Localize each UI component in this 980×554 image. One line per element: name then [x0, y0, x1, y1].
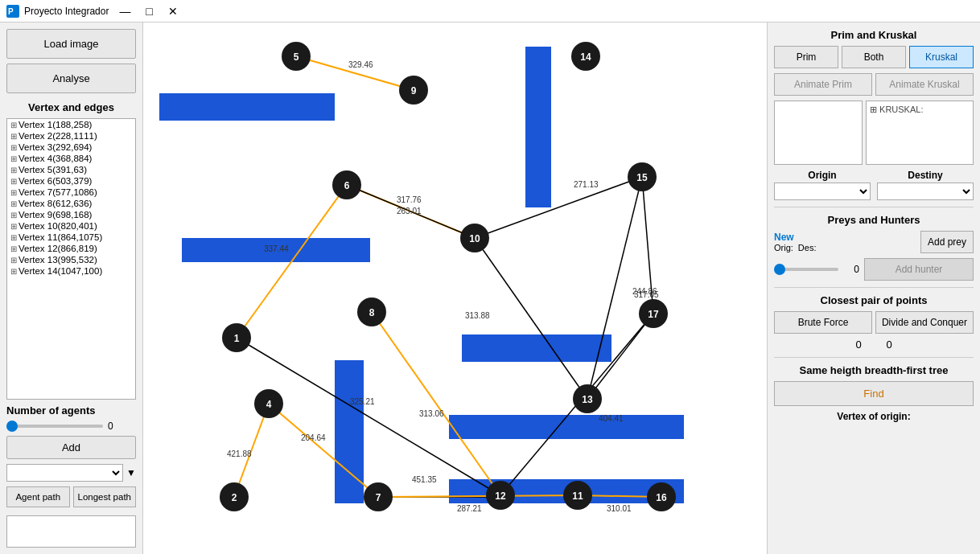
- breadth-title: Same heigth breadth-first tree: [774, 364, 974, 376]
- close-button[interactable]: ✕: [162, 3, 184, 19]
- list-item[interactable]: ⊞ Vertex 11(864,1075): [7, 232, 135, 243]
- svg-text:337.44: 337.44: [264, 244, 289, 253]
- expand-icon: ⊞: [10, 233, 17, 242]
- svg-text:17: 17: [648, 309, 659, 320]
- list-item[interactable]: ⊞ Vertex 13(995,532): [7, 254, 135, 265]
- path-buttons: Agent path Longest path: [6, 486, 136, 507]
- closest-title: Closest pair of points: [774, 294, 974, 306]
- list-item[interactable]: ⊞ Vertex 3(292,694): [7, 142, 135, 153]
- svg-text:421.88: 421.88: [227, 449, 252, 458]
- add-button[interactable]: Add: [6, 436, 136, 459]
- new-label: New: [774, 232, 794, 243]
- svg-text:317.76: 317.76: [397, 195, 422, 204]
- expand-icon: ⊞: [10, 143, 17, 152]
- vertex-label: Vertex 6(503,379): [19, 176, 92, 186]
- window-controls: — □ ✕: [113, 3, 184, 19]
- new-add-prey-row: New Orig: Des: Add prey: [774, 231, 974, 253]
- list-item[interactable]: ⊞ Vertex 2(228,1111): [7, 130, 135, 142]
- brute-force-button[interactable]: Brute Force: [774, 311, 872, 334]
- closest-val-2: 0: [877, 339, 901, 351]
- vertex-origin-label: Vertex of origin:: [774, 411, 974, 422]
- svg-rect-2: [159, 93, 335, 121]
- right-panel: Prim and Kruskal Prim Both Kruskal Anima…: [767, 23, 980, 554]
- svg-line-19: [475, 238, 587, 399]
- animate-prim-button[interactable]: Animate Prim: [774, 73, 872, 96]
- prim-button[interactable]: Prim: [774, 46, 838, 68]
- svg-text:204.64: 204.64: [301, 433, 326, 442]
- agent-select[interactable]: [6, 464, 123, 482]
- divide-conquer-button[interactable]: Divide and Conquer: [875, 311, 974, 334]
- list-item[interactable]: ⊞ Vertex 4(368,884): [7, 153, 135, 164]
- origin-select[interactable]: [774, 183, 871, 200]
- vertex-edges-title: Vertex and edges: [6, 101, 136, 113]
- orig-des-row: Orig: Des:: [774, 243, 816, 252]
- closest-buttons: Brute Force Divide and Conquer: [774, 311, 974, 334]
- longest-path-button[interactable]: Longest path: [73, 486, 137, 507]
- kruskal-output-row: ⊞ KRUSKAL:: [774, 101, 974, 165]
- agent-path-button[interactable]: Agent path: [6, 486, 70, 507]
- kruskal-left-panel: [774, 101, 863, 165]
- minimize-button[interactable]: —: [113, 3, 136, 19]
- vertex-list[interactable]: ⊞ Vertex 1(188,258) ⊞ Vertex 2(228,1111)…: [6, 118, 136, 400]
- vertex-label: Vertex 1(188,258): [19, 120, 92, 129]
- title-bar: P Proyecto Integrador — □ ✕: [0, 0, 980, 23]
- destiny-select[interactable]: [877, 183, 974, 200]
- list-item[interactable]: ⊞ Vertex 5(391,63): [7, 164, 135, 175]
- divider-3: [774, 357, 974, 358]
- new-section: New Orig: Des:: [774, 232, 816, 252]
- both-button[interactable]: Both: [842, 46, 906, 68]
- load-image-button[interactable]: Load image: [6, 29, 136, 59]
- svg-rect-7: [449, 415, 684, 439]
- output-box: [6, 515, 136, 548]
- origin-destiny-row: Origin Destiny: [774, 170, 974, 200]
- title-bar-title: Proyecto Integrador: [24, 6, 109, 17]
- expand-icon: ⊞: [10, 177, 17, 186]
- svg-text:325.21: 325.21: [350, 397, 375, 406]
- list-item[interactable]: ⊞ Vertex 8(612,636): [7, 198, 135, 209]
- svg-text:12: 12: [495, 490, 506, 502]
- closest-val-1: 0: [846, 339, 871, 351]
- svg-text:451.35: 451.35: [412, 475, 437, 484]
- svg-text:9: 9: [411, 85, 417, 96]
- vertex-label: Vertex 2(228,1111): [19, 131, 97, 141]
- list-item[interactable]: ⊞ Vertex 12(866,819): [7, 243, 135, 254]
- svg-text:15: 15: [636, 172, 648, 183]
- svg-text:6: 6: [344, 180, 350, 191]
- svg-text:329.46: 329.46: [348, 60, 373, 69]
- svg-text:4: 4: [266, 399, 272, 410]
- destiny-group: Destiny: [877, 170, 974, 200]
- find-button[interactable]: Find: [774, 381, 974, 406]
- vertex-label: Vertex 14(1047,100): [19, 266, 102, 276]
- expand-icon: ⊞: [10, 121, 17, 129]
- svg-text:13: 13: [582, 394, 593, 405]
- list-item[interactable]: ⊞ Vertex 7(577,1086): [7, 187, 135, 198]
- origin-label: Origin: [774, 170, 871, 181]
- svg-text:14: 14: [580, 51, 591, 63]
- analyse-button[interactable]: Analyse: [6, 64, 136, 93]
- orig-label: Orig:: [774, 243, 793, 252]
- svg-text:313.06: 313.06: [419, 409, 444, 418]
- maximize-button[interactable]: □: [138, 3, 160, 19]
- animate-kruskal-button[interactable]: Animate Kruskal: [875, 73, 974, 96]
- list-item[interactable]: ⊞ Vertex 6(503,379): [7, 175, 135, 187]
- list-item[interactable]: ⊞ Vertex 1(188,258): [7, 119, 135, 130]
- svg-text:16: 16: [656, 492, 667, 503]
- list-item[interactable]: ⊞ Vertex 9(698,168): [7, 209, 135, 220]
- agents-title: Number of agents: [6, 404, 136, 417]
- hunter-slider[interactable]: [774, 263, 838, 276]
- kruskal-button[interactable]: Kruskal: [909, 46, 974, 68]
- list-item[interactable]: ⊞ Vertex 10(820,401): [7, 220, 135, 232]
- agents-slider[interactable]: [6, 420, 103, 433]
- canvas-area: 329.46 337.44 317.76 263.01 271.13 313.8…: [143, 23, 767, 554]
- svg-text:313.88: 313.88: [465, 311, 490, 320]
- kruskal-label: ⊞ KRUSKAL:: [870, 105, 923, 114]
- closest-values: 0 0: [774, 339, 974, 351]
- add-prey-button[interactable]: Add prey: [920, 231, 974, 253]
- list-item[interactable]: ⊞ Vertex 14(1047,100): [7, 265, 135, 277]
- vertex-label: Vertex 7(577,1086): [19, 187, 97, 197]
- add-hunter-button[interactable]: Add hunter: [864, 258, 974, 281]
- svg-text:287.21: 287.21: [457, 504, 482, 513]
- vertex-label: Vertex 12(866,819): [19, 244, 97, 253]
- svg-text:271.13: 271.13: [574, 180, 599, 189]
- svg-text:P: P: [8, 7, 14, 16]
